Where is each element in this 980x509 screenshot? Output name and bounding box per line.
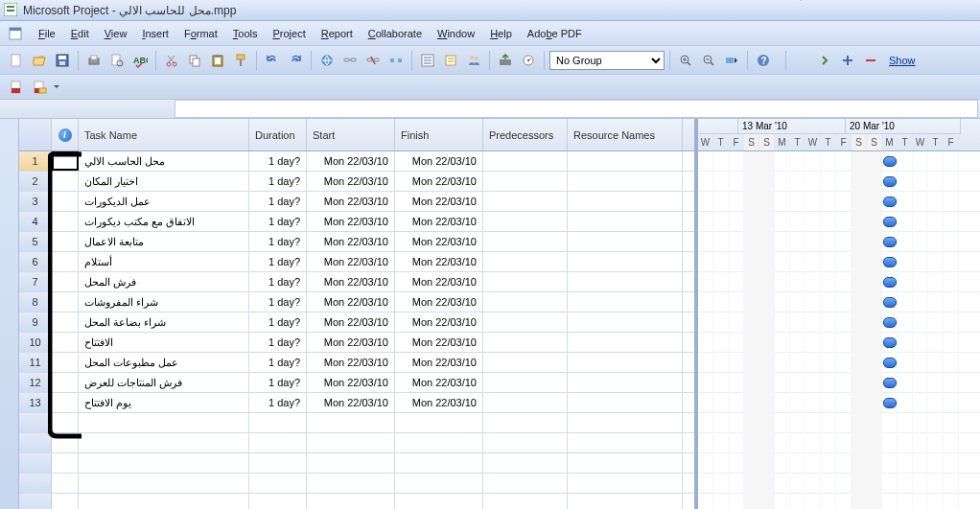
gantt-bar[interactable] xyxy=(883,176,897,187)
predecessors-cell[interactable] xyxy=(483,172,568,191)
undo-icon[interactable] xyxy=(262,50,283,71)
duration-cell[interactable]: 1 day? xyxy=(249,151,307,171)
menu-tools[interactable]: Tools xyxy=(225,26,266,41)
split-task-icon[interactable] xyxy=(385,50,407,71)
menu-project[interactable]: Project xyxy=(265,26,313,41)
predecessors-cell[interactable] xyxy=(483,353,568,372)
finish-cell[interactable]: Mon 22/03/10 xyxy=(395,232,483,251)
finish-cell[interactable]: Mon 22/03/10 xyxy=(395,312,483,332)
convert-to-pdf-icon[interactable] xyxy=(6,77,27,98)
duration-cell[interactable]: 1 day? xyxy=(249,292,307,312)
help-icon[interactable]: ? xyxy=(753,50,774,71)
predecessors-cell[interactable] xyxy=(483,232,568,251)
task-name-cell[interactable]: شراء المفروشات xyxy=(79,292,249,312)
gantt-bar[interactable] xyxy=(883,257,897,267)
task-name-cell[interactable] xyxy=(79,494,249,509)
duration-cell[interactable]: 1 day? xyxy=(249,272,307,291)
start-cell[interactable]: Mon 22/03/10 xyxy=(307,252,395,271)
start-cell[interactable]: Mon 22/03/10 xyxy=(307,333,395,352)
row-number[interactable]: 7 xyxy=(19,272,52,291)
row-number[interactable]: 6 xyxy=(19,252,52,271)
finish-cell[interactable]: Mon 22/03/10 xyxy=(395,151,483,171)
menu-window[interactable]: Window xyxy=(430,26,482,41)
restore-window-icon[interactable] xyxy=(8,26,23,41)
indicator-cell[interactable] xyxy=(52,312,79,332)
open-icon[interactable] xyxy=(29,50,50,71)
start-cell[interactable]: Mon 22/03/10 xyxy=(307,353,395,372)
entry-bar-input[interactable] xyxy=(175,100,978,118)
gantt-bar[interactable] xyxy=(883,197,897,207)
resources-cell[interactable] xyxy=(568,433,683,452)
indicator-cell[interactable] xyxy=(52,413,79,432)
row-number[interactable] xyxy=(19,474,52,493)
predecessors-cell[interactable] xyxy=(483,393,568,412)
resources-cell[interactable] xyxy=(568,494,683,509)
task-row[interactable]: 10الافتتاح1 day?Mon 22/03/10Mon 22/03/10 xyxy=(19,333,694,353)
task-name-cell[interactable]: أستلام xyxy=(79,252,249,271)
menu-report[interactable]: Report xyxy=(314,26,361,41)
column-header-predecessors[interactable]: Predecessors xyxy=(483,119,568,150)
predecessors-cell[interactable] xyxy=(483,453,568,473)
task-name-cell[interactable]: عمل مطبوعات المحل xyxy=(79,353,249,372)
indicator-cell[interactable] xyxy=(52,353,79,372)
row-number[interactable]: 13 xyxy=(19,393,52,412)
task-row[interactable]: 5متابعة الاعمال1 day?Mon 22/03/10Mon 22/… xyxy=(19,232,694,252)
duration-cell[interactable] xyxy=(249,494,307,509)
row-number[interactable]: 8 xyxy=(19,292,52,312)
finish-cell[interactable] xyxy=(395,433,483,452)
task-row[interactable]: 4الاتفاق مع مكتب ديكورات1 day?Mon 22/03/… xyxy=(19,212,694,232)
start-cell[interactable] xyxy=(307,433,395,452)
new-icon[interactable] xyxy=(6,50,27,71)
indicator-cell[interactable] xyxy=(52,494,79,509)
start-cell[interactable]: Mon 22/03/10 xyxy=(307,151,395,171)
row-number[interactable]: 11 xyxy=(19,353,52,372)
finish-cell[interactable] xyxy=(395,474,483,493)
finish-cell[interactable] xyxy=(395,413,483,432)
task-name-cell[interactable]: فرش المنتاجات للعرض xyxy=(79,373,249,392)
menu-collaborate[interactable]: Collaborate xyxy=(361,26,430,41)
resources-cell[interactable] xyxy=(568,393,683,412)
predecessors-cell[interactable] xyxy=(483,192,568,211)
row-number[interactable]: 1 xyxy=(19,151,52,171)
resources-cell[interactable] xyxy=(568,151,683,171)
task-row[interactable]: 12فرش المنتاجات للعرض1 day?Mon 22/03/10M… xyxy=(19,373,694,393)
resources-cell[interactable] xyxy=(568,312,683,332)
duration-cell[interactable]: 1 day? xyxy=(249,212,307,231)
task-row[interactable]: 9شراء بضاعة المحل1 day?Mon 22/03/10Mon 2… xyxy=(19,312,694,333)
finish-cell[interactable]: Mon 22/03/10 xyxy=(395,272,483,291)
indicator-cell[interactable] xyxy=(52,192,79,211)
insert-hyperlink-icon[interactable] xyxy=(316,50,338,71)
menu-help[interactable]: Help xyxy=(482,26,520,41)
group-by-select[interactable]: No Group xyxy=(549,51,665,70)
menu-insert[interactable]: Insert xyxy=(134,26,176,41)
row-number[interactable]: 2 xyxy=(19,172,52,191)
indent-icon[interactable] xyxy=(814,50,835,71)
task-row[interactable]: 6أستلام1 day?Mon 22/03/10Mon 22/03/10 xyxy=(19,252,694,272)
row-number[interactable] xyxy=(19,453,52,473)
empty-row[interactable] xyxy=(19,474,694,494)
predecessors-cell[interactable] xyxy=(483,151,568,171)
copy-icon[interactable] xyxy=(184,50,205,71)
resources-cell[interactable] xyxy=(568,353,683,372)
task-name-cell[interactable]: محل الحاسب الالي xyxy=(79,151,249,171)
indicator-cell[interactable] xyxy=(52,151,79,171)
indicator-cell[interactable] xyxy=(52,232,79,251)
finish-cell[interactable]: Mon 22/03/10 xyxy=(395,393,483,412)
goto-task-icon[interactable] xyxy=(721,50,742,71)
row-number[interactable] xyxy=(19,433,52,452)
indicator-column-header[interactable]: i xyxy=(52,119,79,150)
indicator-cell[interactable] xyxy=(52,333,79,352)
duration-cell[interactable] xyxy=(249,453,307,473)
publish-icon[interactable] xyxy=(495,50,516,71)
show-outline-button[interactable]: Show xyxy=(889,55,916,66)
start-cell[interactable]: Mon 22/03/10 xyxy=(307,212,395,231)
start-cell[interactable]: Mon 22/03/10 xyxy=(307,373,395,392)
predecessors-cell[interactable] xyxy=(483,373,568,392)
task-notes-icon[interactable] xyxy=(440,50,461,71)
duration-cell[interactable]: 1 day? xyxy=(249,232,307,251)
start-cell[interactable]: Mon 22/03/10 xyxy=(307,393,395,412)
finish-cell[interactable] xyxy=(395,494,483,509)
column-header-duration[interactable]: Duration xyxy=(249,119,307,150)
indicator-cell[interactable] xyxy=(52,393,79,412)
duration-cell[interactable]: 1 day? xyxy=(249,312,307,332)
